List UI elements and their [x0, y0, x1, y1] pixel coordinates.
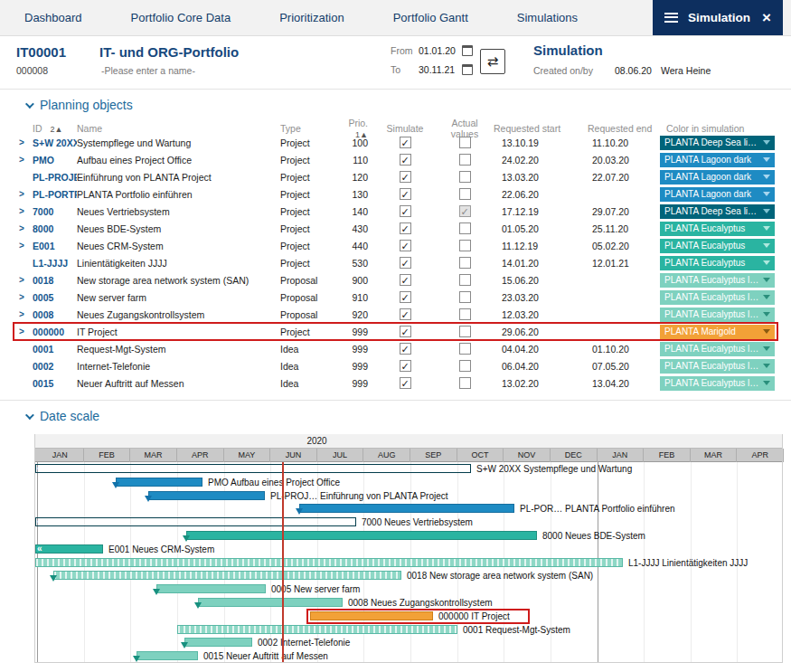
- gantt-bar[interactable]: «: [35, 464, 471, 473]
- simulate-checkbox[interactable]: ✓: [400, 377, 411, 389]
- expand-icon[interactable]: >: [14, 241, 33, 251]
- actual-values-checkbox[interactable]: [459, 360, 471, 372]
- col-id[interactable]: ID2▲: [33, 123, 77, 134]
- row-id[interactable]: 0005: [33, 292, 77, 303]
- menu-icon[interactable]: [664, 13, 678, 23]
- color-dropdown[interactable]: PLANTA Eucalyptus: [660, 256, 775, 270]
- gantt-bar[interactable]: [299, 504, 514, 513]
- row-id[interactable]: L1-JJJJ: [33, 258, 77, 269]
- gantt-bar[interactable]: [177, 625, 457, 634]
- col-name[interactable]: Name: [77, 123, 280, 134]
- actual-values-checkbox[interactable]: [459, 222, 471, 234]
- date-scale-section-header[interactable]: Date scale: [0, 401, 791, 429]
- color-dropdown[interactable]: PLANTA Deep Sea li…: [660, 204, 775, 219]
- col-type[interactable]: Type: [280, 123, 333, 134]
- expand-icon[interactable]: >: [14, 155, 33, 165]
- gantt-bar[interactable]: [148, 491, 265, 500]
- expand-icon[interactable]: >: [14, 292, 33, 302]
- simulate-checkbox[interactable]: ✓: [400, 308, 411, 320]
- simulate-checkbox[interactable]: ✓: [400, 257, 411, 269]
- nav-item-portfolio-core-data[interactable]: Portfolio Core Data: [107, 0, 256, 35]
- calendar-icon[interactable]: [462, 45, 473, 56]
- nav-item-portfolio-gantt[interactable]: Portfolio Gantt: [369, 0, 493, 35]
- row-id[interactable]: E001: [33, 241, 77, 251]
- gantt-bar[interactable]: [186, 531, 537, 540]
- row-id[interactable]: 000000: [33, 327, 77, 337]
- color-dropdown[interactable]: PLANTA Lagoon dark: [660, 153, 775, 167]
- simulate-checkbox[interactable]: ✓: [400, 137, 411, 148]
- row-id[interactable]: 0018: [33, 275, 77, 286]
- simulate-checkbox[interactable]: ✓: [400, 343, 411, 355]
- simulate-checkbox[interactable]: ✓: [400, 188, 411, 200]
- nav-item-dashboard[interactable]: Dashboard: [0, 0, 107, 35]
- refresh-button[interactable]: ⇄: [480, 49, 505, 74]
- actual-values-checkbox[interactable]: [459, 326, 471, 337]
- simulate-checkbox[interactable]: ✓: [400, 360, 411, 372]
- calendar-icon[interactable]: [462, 64, 473, 75]
- row-id[interactable]: PMO: [33, 155, 77, 166]
- simulate-checkbox[interactable]: ✓: [400, 291, 411, 303]
- row-id[interactable]: PL-PORTFO…: [33, 189, 77, 200]
- actual-values-checkbox[interactable]: [459, 154, 471, 166]
- close-icon[interactable]: ×: [762, 10, 771, 25]
- gantt-bar[interactable]: [137, 651, 198, 660]
- color-dropdown[interactable]: PLANTA Eucalyptus l…: [660, 308, 775, 322]
- color-dropdown[interactable]: PLANTA Lagoon dark: [660, 170, 775, 185]
- simulate-checkbox[interactable]: ✓: [400, 240, 411, 251]
- simulate-checkbox[interactable]: ✓: [400, 154, 411, 166]
- color-dropdown[interactable]: PLANTA Deep Sea li…: [660, 136, 775, 150]
- simulate-checkbox[interactable]: ✓: [400, 222, 411, 234]
- expand-icon[interactable]: >: [14, 275, 33, 285]
- expand-icon[interactable]: >: [14, 309, 33, 319]
- gantt-bar[interactable]: [198, 598, 343, 607]
- row-id[interactable]: 0001: [33, 344, 77, 355]
- color-dropdown[interactable]: PLANTA Eucalyptus l…: [660, 290, 775, 305]
- col-simulate[interactable]: Simulate: [373, 123, 437, 134]
- expand-icon[interactable]: >: [14, 223, 33, 233]
- color-dropdown[interactable]: PLANTA Eucalyptus l…: [660, 342, 775, 356]
- col-requested-end[interactable]: Requested end: [570, 123, 660, 134]
- portfolio-name-placeholder[interactable]: -Please enter a name-: [101, 65, 195, 76]
- nav-item-prioritization[interactable]: Prioritization: [255, 0, 369, 35]
- color-dropdown[interactable]: PLANTA Lagoon dark: [660, 187, 775, 202]
- color-dropdown[interactable]: PLANTA Eucalyptus: [660, 222, 775, 236]
- gantt-bar[interactable]: [53, 571, 401, 580]
- row-id[interactable]: PL-PROJECT: [33, 172, 77, 183]
- actual-values-checkbox[interactable]: [459, 240, 471, 251]
- actual-values-checkbox[interactable]: [459, 257, 471, 269]
- gantt-bar[interactable]: [184, 638, 252, 647]
- actual-values-checkbox[interactable]: [459, 291, 471, 303]
- color-dropdown[interactable]: PLANTA Marigold: [660, 325, 775, 339]
- simulate-checkbox[interactable]: ✓: [400, 326, 411, 337]
- gantt-bar[interactable]: «: [35, 517, 356, 526]
- from-date-field[interactable]: 01.01.20: [419, 45, 456, 56]
- color-dropdown[interactable]: PLANTA Eucalyptus l…: [660, 273, 775, 288]
- tab-simulation[interactable]: Simulation ×: [653, 0, 783, 35]
- expand-icon[interactable]: >: [14, 137, 33, 147]
- expand-icon[interactable]: >: [14, 327, 33, 336]
- simulate-checkbox[interactable]: ✓: [400, 205, 411, 217]
- actual-values-checkbox[interactable]: ✓: [459, 205, 471, 217]
- expand-icon[interactable]: >: [14, 206, 33, 216]
- actual-values-checkbox[interactable]: [459, 308, 471, 320]
- row-id[interactable]: 8000: [33, 223, 77, 234]
- actual-values-checkbox[interactable]: [459, 274, 471, 286]
- col-color-in-simulation[interactable]: Color in simulation: [660, 123, 777, 134]
- row-id[interactable]: 0002: [33, 361, 77, 372]
- gantt-bar[interactable]: «: [35, 544, 103, 554]
- row-id[interactable]: 7000: [33, 206, 77, 217]
- simulate-checkbox[interactable]: ✓: [400, 274, 411, 286]
- row-id[interactable]: S+W 20XX: [33, 137, 77, 148]
- gantt-bar[interactable]: [116, 478, 202, 487]
- color-dropdown[interactable]: PLANTA Eucalyptus l…: [660, 359, 775, 374]
- gantt-bar[interactable]: [35, 558, 623, 567]
- nav-item-simulations[interactable]: Simulations: [493, 0, 602, 35]
- to-date-field[interactable]: 30.11.21: [419, 64, 455, 75]
- color-dropdown[interactable]: PLANTA Eucalyptus: [660, 239, 775, 253]
- color-dropdown[interactable]: PLANTA Eucalyptus l…: [660, 376, 775, 391]
- actual-values-checkbox[interactable]: [459, 377, 471, 389]
- actual-values-checkbox[interactable]: [459, 137, 471, 148]
- actual-values-checkbox[interactable]: [459, 343, 471, 355]
- simulate-checkbox[interactable]: ✓: [400, 171, 411, 183]
- row-id[interactable]: 0008: [33, 309, 77, 320]
